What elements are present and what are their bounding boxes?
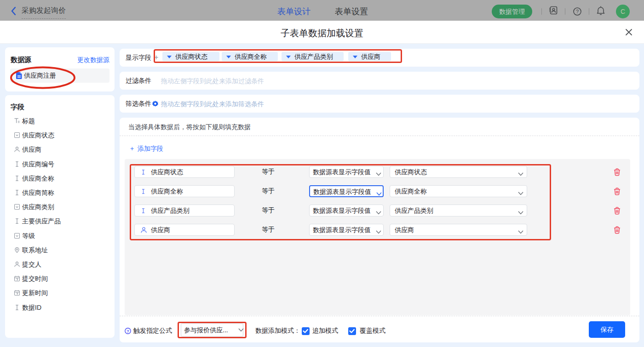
- svg-text:?: ?: [126, 329, 129, 334]
- svg-text:?: ?: [576, 9, 579, 14]
